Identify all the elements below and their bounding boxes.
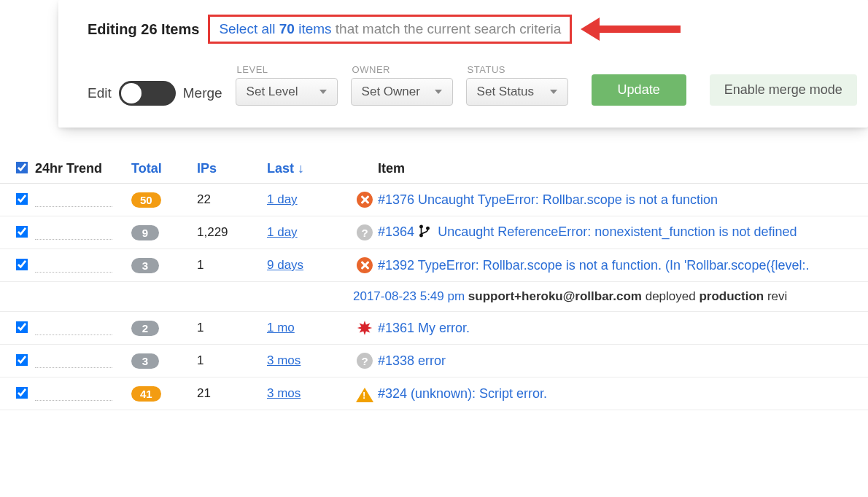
total-badge: 2 <box>131 321 159 336</box>
col-total[interactable]: Total <box>131 161 197 176</box>
deploy-event-row: 2017-08-23 5:49 pm support+heroku@rollba… <box>0 282 868 312</box>
row-checkbox[interactable] <box>16 259 28 271</box>
row-checkbox[interactable] <box>16 387 28 399</box>
status-label: STATUS <box>466 64 568 75</box>
svg-point-2 <box>427 227 429 229</box>
item-link[interactable]: #1361 My error. <box>378 321 470 335</box>
question-icon: ? <box>357 224 373 240</box>
edit-merge-toggle-group: Edit Merge <box>88 81 222 106</box>
svg-point-0 <box>420 225 422 227</box>
chevron-down-icon <box>319 90 327 94</box>
row-checkbox[interactable] <box>16 354 28 367</box>
total-badge: 50 <box>131 192 161 208</box>
item-link[interactable]: #1392 TypeError: Rollbar.scope is not a … <box>378 258 809 273</box>
edit-label: Edit <box>88 85 112 101</box>
owner-label: OWNER <box>351 64 453 75</box>
row-checkbox[interactable] <box>16 226 28 238</box>
table-row: 41213 mos#324 (unknown): Script error. <box>0 377 868 410</box>
table-row: 211 mo#1361 My error. <box>0 312 868 345</box>
deploy-actor: support+heroku@rollbar.com <box>468 289 642 303</box>
item-link[interactable]: #1364 <box>378 224 414 239</box>
svg-marker-3 <box>357 321 372 335</box>
select-all-checkbox[interactable] <box>16 162 28 174</box>
update-button[interactable]: Update <box>592 74 686 106</box>
set-status-dropdown[interactable]: Set Status <box>466 78 568 106</box>
last-seen-link[interactable]: 1 day <box>267 192 298 206</box>
error-icon <box>357 257 373 273</box>
table-row: 91,2291 day?#1364 Uncaught ReferenceErro… <box>0 216 868 249</box>
merge-label: Merge <box>183 85 222 101</box>
bulk-controls: Edit Merge LEVEL Set Level OWNER Set Own… <box>88 64 839 106</box>
edit-merge-toggle[interactable] <box>119 81 176 106</box>
col-item: Item <box>378 161 868 176</box>
item-link[interactable]: #1376 Uncaught TypeError: Rollbar.scope … <box>378 192 718 207</box>
ips-count: 1,229 <box>197 225 267 240</box>
ips-count: 21 <box>197 386 267 401</box>
items-table: 24hr Trend Total IPs Last ↓ Item 50221 d… <box>0 154 868 410</box>
trend-sparkline <box>35 192 112 207</box>
last-seen-link[interactable]: 1 day <box>267 225 298 239</box>
deploy-env: production <box>699 289 764 303</box>
last-seen-link[interactable]: 9 days <box>267 258 303 272</box>
warning-icon <box>356 388 373 402</box>
enable-merge-button[interactable]: Enable merge mode <box>710 74 857 106</box>
last-seen-link[interactable]: 3 mos <box>267 386 301 400</box>
table-row: 319 days#1392 TypeError: Rollbar.scope i… <box>0 249 868 282</box>
row-checkbox[interactable] <box>16 193 28 206</box>
ips-count: 22 <box>197 192 267 207</box>
trend-sparkline <box>35 258 112 273</box>
last-seen-link[interactable]: 3 mos <box>267 353 301 367</box>
set-owner-dropdown[interactable]: Set Owner <box>351 78 453 106</box>
trend-sparkline <box>35 353 112 368</box>
table-header: 24hr Trend Total IPs Last ↓ Item <box>0 154 868 184</box>
set-level-dropdown[interactable]: Set Level <box>236 78 338 106</box>
col-last[interactable]: Last ↓ <box>267 161 352 176</box>
total-badge: 3 <box>131 258 159 273</box>
total-badge: 41 <box>131 386 161 402</box>
deploy-timestamp[interactable]: 2017-08-23 5:49 pm <box>353 289 465 303</box>
trend-sparkline <box>35 321 112 335</box>
bulk-edit-panel: Editing 26 Items Select all 70 items tha… <box>58 0 868 128</box>
table-row: 313 mos?#1338 error <box>0 345 868 377</box>
chevron-down-icon <box>435 90 442 94</box>
select-all-link[interactable]: Select all 70 items that match the curre… <box>208 15 572 44</box>
error-icon <box>357 192 373 208</box>
svg-point-1 <box>420 234 422 236</box>
total-badge: 9 <box>131 225 159 240</box>
item-link[interactable]: #1338 error <box>378 353 446 368</box>
critical-icon <box>357 320 373 336</box>
total-badge: 3 <box>131 353 159 369</box>
item-link[interactable]: #324 (unknown): Script error. <box>378 386 547 401</box>
chevron-down-icon <box>550 90 557 94</box>
callout-arrow-icon <box>581 16 683 42</box>
col-ips[interactable]: IPs <box>197 161 267 176</box>
question-icon: ? <box>357 353 373 369</box>
ips-count: 1 <box>197 353 267 368</box>
trend-sparkline <box>35 386 112 401</box>
ips-count: 1 <box>197 321 267 335</box>
col-trend: 24hr Trend <box>35 161 131 176</box>
level-label: LEVEL <box>236 64 338 75</box>
ips-count: 1 <box>197 258 267 273</box>
editing-summary: Editing 26 Items Select all 70 items tha… <box>88 15 839 44</box>
trend-sparkline <box>35 225 112 240</box>
item-link[interactable]: Uncaught ReferenceError: nonexistent_fun… <box>438 224 797 239</box>
last-seen-link[interactable]: 1 mo <box>267 321 295 334</box>
table-row: 50221 day#1376 Uncaught TypeError: Rollb… <box>0 184 868 216</box>
editing-count-label: Editing 26 Items <box>88 21 199 38</box>
row-checkbox[interactable] <box>16 321 28 334</box>
branch-icon <box>418 227 431 240</box>
